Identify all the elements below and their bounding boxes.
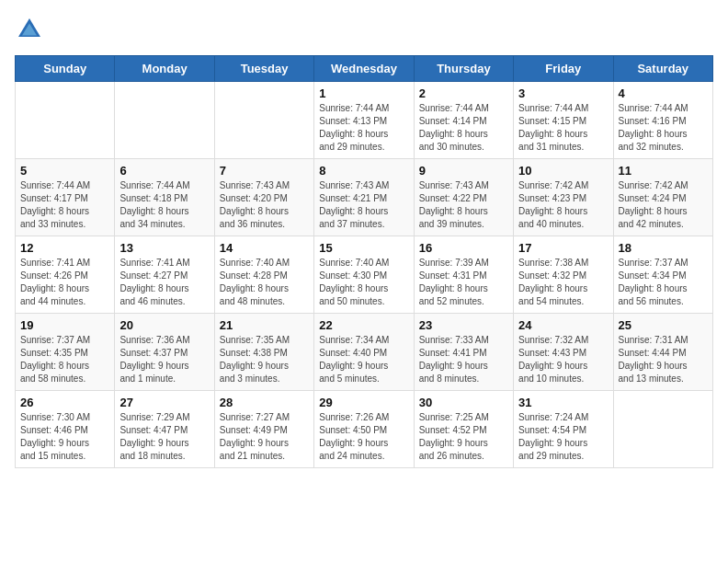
- day-info: Sunrise: 7:29 AM Sunset: 4:47 PM Dayligh…: [119, 411, 209, 463]
- day-info: Sunrise: 7:35 AM Sunset: 4:38 PM Dayligh…: [220, 334, 309, 385]
- day-info: Sunrise: 7:43 AM Sunset: 4:20 PM Dayligh…: [220, 179, 309, 231]
- calendar-cell: 15Sunrise: 7:40 AM Sunset: 4:30 PM Dayli…: [314, 236, 414, 314]
- calendar-cell: [214, 82, 313, 159]
- day-info: Sunrise: 7:44 AM Sunset: 4:13 PM Dayligh…: [319, 102, 408, 154]
- day-number: 13: [119, 241, 209, 255]
- day-info: Sunrise: 7:40 AM Sunset: 4:30 PM Dayligh…: [319, 257, 408, 308]
- day-number: 8: [319, 164, 408, 178]
- day-info: Sunrise: 7:39 AM Sunset: 4:31 PM Dayligh…: [419, 257, 508, 308]
- day-number: 19: [20, 318, 109, 332]
- day-info: Sunrise: 7:38 AM Sunset: 4:32 PM Dayligh…: [518, 257, 608, 308]
- day-info: Sunrise: 7:31 AM Sunset: 4:44 PM Dayligh…: [619, 334, 708, 385]
- calendar-cell: [115, 82, 214, 159]
- day-number: 20: [119, 318, 209, 332]
- day-number: 6: [119, 164, 209, 178]
- day-number: 27: [119, 396, 209, 409]
- calendar-week-3: 12Sunrise: 7:41 AM Sunset: 4:26 PM Dayli…: [16, 236, 713, 314]
- calendar-cell: 20Sunrise: 7:36 AM Sunset: 4:37 PM Dayli…: [115, 314, 214, 391]
- calendar-cell: 27Sunrise: 7:29 AM Sunset: 4:47 PM Dayli…: [115, 391, 214, 468]
- calendar-cell: 16Sunrise: 7:39 AM Sunset: 4:31 PM Dayli…: [414, 236, 513, 314]
- day-info: Sunrise: 7:36 AM Sunset: 4:37 PM Dayligh…: [119, 334, 209, 385]
- day-info: Sunrise: 7:33 AM Sunset: 4:41 PM Dayligh…: [419, 334, 508, 385]
- day-header-tuesday: Tuesday: [214, 56, 313, 82]
- day-info: Sunrise: 7:26 AM Sunset: 4:50 PM Dayligh…: [319, 411, 408, 463]
- day-number: 15: [319, 241, 408, 255]
- page-header: [15, 15, 713, 44]
- calendar-cell: 12Sunrise: 7:41 AM Sunset: 4:26 PM Dayli…: [16, 236, 115, 314]
- logo: [15, 15, 48, 44]
- day-info: Sunrise: 7:44 AM Sunset: 4:16 PM Dayligh…: [619, 102, 708, 154]
- day-info: Sunrise: 7:24 AM Sunset: 4:54 PM Dayligh…: [518, 411, 608, 463]
- day-info: Sunrise: 7:43 AM Sunset: 4:22 PM Dayligh…: [419, 179, 508, 231]
- day-info: Sunrise: 7:32 AM Sunset: 4:43 PM Dayligh…: [518, 334, 608, 385]
- day-number: 7: [220, 164, 309, 178]
- day-number: 30: [419, 396, 508, 409]
- calendar-cell: [613, 391, 712, 468]
- day-number: 4: [619, 86, 708, 100]
- day-info: Sunrise: 7:43 AM Sunset: 4:21 PM Dayligh…: [319, 179, 408, 231]
- calendar-header: SundayMondayTuesdayWednesdayThursdayFrid…: [16, 56, 713, 82]
- day-info: Sunrise: 7:44 AM Sunset: 4:14 PM Dayligh…: [419, 102, 508, 154]
- calendar-body: 1Sunrise: 7:44 AM Sunset: 4:13 PM Daylig…: [16, 82, 713, 468]
- day-number: 1: [319, 86, 408, 100]
- calendar-cell: 6Sunrise: 7:44 AM Sunset: 4:18 PM Daylig…: [115, 159, 214, 236]
- calendar-cell: 19Sunrise: 7:37 AM Sunset: 4:35 PM Dayli…: [16, 314, 115, 391]
- day-number: 5: [20, 164, 109, 178]
- day-header-saturday: Saturday: [613, 56, 712, 82]
- day-header-wednesday: Wednesday: [314, 56, 414, 82]
- calendar-week-2: 5Sunrise: 7:44 AM Sunset: 4:17 PM Daylig…: [16, 159, 713, 236]
- calendar-cell: 30Sunrise: 7:25 AM Sunset: 4:52 PM Dayli…: [414, 391, 513, 468]
- calendar-cell: 24Sunrise: 7:32 AM Sunset: 4:43 PM Dayli…: [514, 314, 613, 391]
- day-number: 12: [20, 241, 109, 255]
- day-header-thursday: Thursday: [414, 56, 513, 82]
- day-number: 22: [319, 318, 408, 332]
- calendar-week-5: 26Sunrise: 7:30 AM Sunset: 4:46 PM Dayli…: [16, 391, 713, 468]
- day-info: Sunrise: 7:44 AM Sunset: 4:18 PM Dayligh…: [119, 179, 209, 231]
- day-info: Sunrise: 7:41 AM Sunset: 4:27 PM Dayligh…: [119, 257, 209, 308]
- calendar-table: SundayMondayTuesdayWednesdayThursdayFrid…: [15, 55, 713, 468]
- calendar-cell: 8Sunrise: 7:43 AM Sunset: 4:21 PM Daylig…: [314, 159, 414, 236]
- day-info: Sunrise: 7:30 AM Sunset: 4:46 PM Dayligh…: [20, 411, 109, 463]
- calendar-week-1: 1Sunrise: 7:44 AM Sunset: 4:13 PM Daylig…: [16, 82, 713, 159]
- day-info: Sunrise: 7:40 AM Sunset: 4:28 PM Dayligh…: [220, 257, 309, 308]
- day-info: Sunrise: 7:42 AM Sunset: 4:24 PM Dayligh…: [619, 179, 708, 231]
- day-header-sunday: Sunday: [16, 56, 115, 82]
- day-info: Sunrise: 7:25 AM Sunset: 4:52 PM Dayligh…: [419, 411, 508, 463]
- day-number: 17: [518, 241, 608, 255]
- day-info: Sunrise: 7:37 AM Sunset: 4:34 PM Dayligh…: [619, 257, 708, 308]
- calendar-cell: 7Sunrise: 7:43 AM Sunset: 4:20 PM Daylig…: [214, 159, 313, 236]
- day-number: 21: [220, 318, 309, 332]
- day-number: 3: [518, 86, 608, 100]
- calendar-cell: 11Sunrise: 7:42 AM Sunset: 4:24 PM Dayli…: [613, 159, 712, 236]
- day-number: 31: [518, 396, 608, 409]
- calendar-cell: 14Sunrise: 7:40 AM Sunset: 4:28 PM Dayli…: [214, 236, 313, 314]
- calendar-cell: 1Sunrise: 7:44 AM Sunset: 4:13 PM Daylig…: [314, 82, 414, 159]
- day-info: Sunrise: 7:34 AM Sunset: 4:40 PM Dayligh…: [319, 334, 408, 385]
- day-number: 26: [20, 396, 109, 409]
- calendar-cell: 23Sunrise: 7:33 AM Sunset: 4:41 PM Dayli…: [414, 314, 513, 391]
- calendar-cell: 22Sunrise: 7:34 AM Sunset: 4:40 PM Dayli…: [314, 314, 414, 391]
- calendar-cell: 5Sunrise: 7:44 AM Sunset: 4:17 PM Daylig…: [16, 159, 115, 236]
- day-info: Sunrise: 7:41 AM Sunset: 4:26 PM Dayligh…: [20, 257, 109, 308]
- day-number: 16: [419, 241, 508, 255]
- day-number: 25: [619, 318, 708, 332]
- calendar-cell: 17Sunrise: 7:38 AM Sunset: 4:32 PM Dayli…: [514, 236, 613, 314]
- calendar-cell: 31Sunrise: 7:24 AM Sunset: 4:54 PM Dayli…: [514, 391, 613, 468]
- day-number: 23: [419, 318, 508, 332]
- calendar-cell: [16, 82, 115, 159]
- calendar-cell: 21Sunrise: 7:35 AM Sunset: 4:38 PM Dayli…: [214, 314, 313, 391]
- day-number: 24: [518, 318, 608, 332]
- day-header-monday: Monday: [115, 56, 214, 82]
- day-number: 29: [319, 396, 408, 409]
- day-info: Sunrise: 7:42 AM Sunset: 4:23 PM Dayligh…: [518, 179, 608, 231]
- day-number: 28: [220, 396, 309, 409]
- day-number: 2: [419, 86, 508, 100]
- calendar-cell: 25Sunrise: 7:31 AM Sunset: 4:44 PM Dayli…: [613, 314, 712, 391]
- day-info: Sunrise: 7:44 AM Sunset: 4:17 PM Dayligh…: [20, 179, 109, 231]
- calendar-cell: 4Sunrise: 7:44 AM Sunset: 4:16 PM Daylig…: [613, 82, 712, 159]
- day-info: Sunrise: 7:44 AM Sunset: 4:15 PM Dayligh…: [518, 102, 608, 154]
- day-header-friday: Friday: [514, 56, 613, 82]
- calendar-cell: 9Sunrise: 7:43 AM Sunset: 4:22 PM Daylig…: [414, 159, 513, 236]
- calendar-cell: 28Sunrise: 7:27 AM Sunset: 4:49 PM Dayli…: [214, 391, 313, 468]
- calendar-cell: 10Sunrise: 7:42 AM Sunset: 4:23 PM Dayli…: [514, 159, 613, 236]
